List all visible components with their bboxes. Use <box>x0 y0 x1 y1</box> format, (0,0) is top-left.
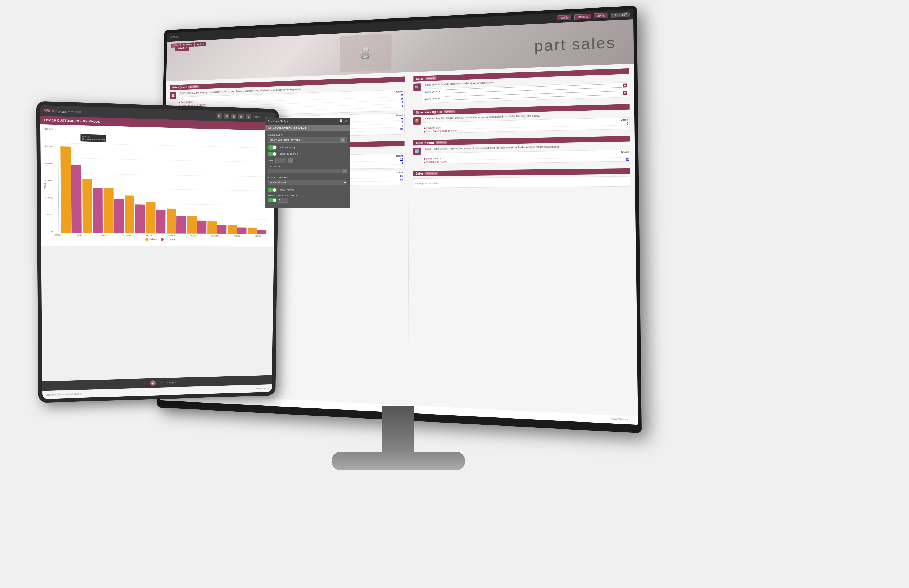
tablet-container: WinAir SALES Work Widget ⊞ ⊟ 🔒 ⚙ ℹ ADMIN… <box>40 107 281 401</box>
reports-button[interactable]: Reports <box>574 13 591 20</box>
draft-orders-value[interactable]: 18 <box>398 158 403 161</box>
tablet-breadcrumb: Work Widget <box>68 110 81 113</box>
sales-quote-title: Sales Quote <box>172 86 187 89</box>
bar-exchange[interactable] <box>114 199 123 233</box>
bar-default[interactable] <box>187 216 196 233</box>
bar-default[interactable] <box>146 202 155 233</box>
approved-quotes-value[interactable]: 4 <box>398 100 403 103</box>
pricing-conflicts-value[interactable] <box>398 109 403 109</box>
days-apply-button[interactable]: › <box>288 158 293 163</box>
sales-search-title: Sales <box>416 77 424 81</box>
configure-title: Configure Gadget <box>268 120 289 123</box>
waiting-approval-value[interactable]: 31 <box>398 97 403 100</box>
days-input[interactable] <box>275 158 286 163</box>
bar-group <box>60 147 81 233</box>
bar-default[interactable] <box>247 228 257 234</box>
orders-tab[interactable]: Orders <box>195 42 206 47</box>
refresh-input[interactable] <box>278 198 288 203</box>
lock-icon[interactable]: 🔒 <box>231 114 237 119</box>
finalized-quotes-value[interactable]: 23 <box>398 117 403 120</box>
bar-exchange[interactable] <box>257 230 266 234</box>
expired-quotes-value[interactable]: 28 <box>398 128 403 130</box>
monitor-stand-neck <box>382 406 414 454</box>
footer-url: www.winair.ca <box>611 417 628 421</box>
grid-icon[interactable]: ⊟ <box>224 113 229 119</box>
x-tick: CYMBA6 <box>116 234 138 236</box>
bar-exchange[interactable] <box>176 216 186 233</box>
draft-count-header: Count <box>395 90 403 93</box>
packing-slip-title: Sales Packing Slip <box>416 110 442 114</box>
part-quotes-input[interactable] <box>268 169 341 173</box>
y-tick-4: $20,000 <box>45 162 53 165</box>
refresh-gadget-button[interactable]: ↻ <box>340 137 345 142</box>
reservation-changes-value[interactable]: 9 <box>398 124 403 127</box>
sales-reports-data: No Reports Available <box>413 176 631 188</box>
next-button[interactable]: › <box>161 381 162 384</box>
include-exchange-toggle[interactable] <box>268 152 277 156</box>
bars-container <box>58 128 270 234</box>
legend-default: Default <box>146 238 157 241</box>
bar-exchange[interactable] <box>93 188 103 233</box>
outstanding-rmas-value[interactable]: 12 <box>623 158 629 161</box>
bar-default[interactable] <box>82 179 92 233</box>
bar-group <box>82 179 103 233</box>
go-to-button[interactable]: Go To <box>558 15 572 21</box>
bar-default[interactable] <box>207 221 217 234</box>
include-customers-select[interactable]: None Selected <box>268 180 347 185</box>
y-tick-5: $25,000 <box>45 145 53 147</box>
show-legend-toggle[interactable] <box>268 188 277 192</box>
packing-slip-section: Sales Packing Slip Counts 📦 Sales Packin… <box>413 104 629 136</box>
packing-slips-value[interactable]: 8 <box>623 122 628 125</box>
bar-group <box>167 208 186 233</box>
legend-default-dot <box>146 238 148 241</box>
bar-exchange[interactable] <box>156 210 165 233</box>
include-consign-toggle[interactable] <box>268 145 277 150</box>
bar-exchange[interactable] <box>237 228 246 234</box>
quote-search-button[interactable]: ▶ <box>623 83 627 87</box>
sales-reports-section: Sales Reports No Reports Available <box>413 168 631 188</box>
settings-icon[interactable]: ⚙ <box>238 114 244 120</box>
save-gadget-button[interactable]: 💾 <box>339 120 343 123</box>
bar-default[interactable] <box>228 225 237 234</box>
legend-exchange-dot <box>161 238 163 241</box>
orders-prepared-value[interactable]: 3 <box>398 162 403 164</box>
x-tick: SMFG6 <box>47 234 70 236</box>
bar-exchange[interactable] <box>217 225 226 234</box>
order-count-header: Count <box>395 155 403 157</box>
sales-return-counts-label: Counts <box>435 141 447 144</box>
order-label: Sales Order #: <box>425 97 444 100</box>
days-field: Days: › <box>268 158 347 163</box>
pending-response-value[interactable]: 5 <box>398 121 403 123</box>
refresh-toggle[interactable] <box>268 198 277 202</box>
finalized-orders-value[interactable]: 21 <box>398 175 403 178</box>
sales-search-icon: 🔍 <box>413 83 421 91</box>
home-icon[interactable]: ⊞ <box>217 113 222 119</box>
logout-button[interactable]: LOG OUT <box>611 12 630 18</box>
include-consign-label: Include Consign <box>279 146 296 149</box>
y-tick-2: $10,000 <box>45 196 53 199</box>
bar-exchange[interactable] <box>135 205 145 233</box>
close-gadget-button[interactable]: ✕ <box>345 120 347 123</box>
bar-exchange[interactable] <box>197 220 206 233</box>
tablet-logo: WinAir SALES <box>44 108 66 113</box>
bar-group <box>228 225 246 234</box>
part-quotes-button[interactable]: › <box>342 169 347 173</box>
info-icon[interactable]: ℹ <box>246 114 251 120</box>
bar-default[interactable] <box>125 195 134 233</box>
alerts-button[interactable]: Alerts <box>594 13 608 19</box>
orders-fulfill-value[interactable]: 57 <box>398 178 403 181</box>
sales-return-section: Sales Return Counts ↩️ Sales Return Coun… <box>413 136 630 167</box>
draft-quotes-value[interactable]: 15 <box>398 94 403 97</box>
order-search-button[interactable]: ▶ <box>623 90 628 95</box>
return-count-header: Count <box>620 150 629 153</box>
bar-default[interactable] <box>104 188 114 233</box>
not-approved-value[interactable]: 2 <box>398 104 403 107</box>
bar-exchange[interactable] <box>71 165 81 233</box>
y-tick-6: $30,000 <box>45 128 53 131</box>
bar-default[interactable] <box>60 147 71 233</box>
bar-default[interactable] <box>167 208 176 233</box>
quote-label: Sales Quote #: <box>425 90 444 93</box>
gadget-name-input[interactable]: Top 10 Customers - by Value ↻ <box>268 137 347 143</box>
prev-button[interactable]: ‹ <box>144 381 145 385</box>
bar-group <box>207 221 227 234</box>
